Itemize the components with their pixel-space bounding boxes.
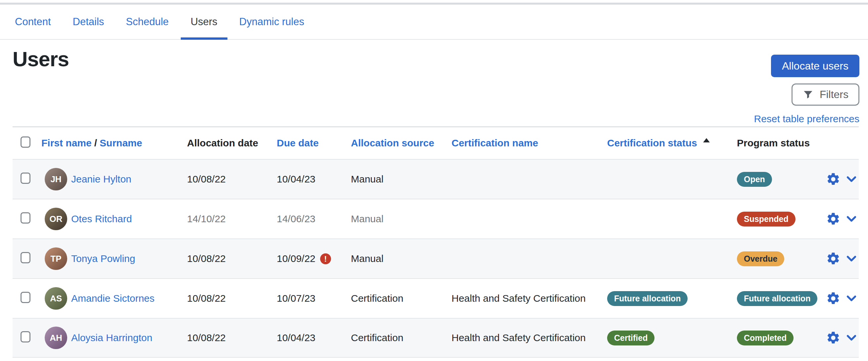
sort-allocation-source-link[interactable]: Allocation source xyxy=(351,138,434,148)
certification-name-cell: Health and Safety Certification xyxy=(452,332,607,343)
page-title: Users xyxy=(12,47,69,71)
user-name-link[interactable]: Aloysia Harrington xyxy=(71,332,152,343)
allocation-date-cell: 14/10/22 xyxy=(187,213,277,224)
due-date-cell: 10/04/23 xyxy=(277,332,315,343)
row-checkbox[interactable] xyxy=(21,173,30,184)
certification-status-badge: Future allocation xyxy=(607,291,688,306)
table-row: JH Jeanie Hylton 10/08/22 10/04/23 Manua… xyxy=(12,159,859,199)
due-date-cell: 10/07/23 xyxy=(277,293,315,304)
due-date-cell: 10/09/22 xyxy=(277,253,315,264)
program-status-badge: Future allocation xyxy=(737,291,817,306)
row-checkbox[interactable] xyxy=(21,292,30,303)
tab-bar: Content Details Schedule Users Dynamic r… xyxy=(0,5,868,40)
program-status-badge: Overdue xyxy=(737,251,784,266)
program-status-badge: Completed xyxy=(737,331,794,345)
users-table: First name/Surname Allocation date Due d… xyxy=(12,126,859,358)
program-status-badge: Open xyxy=(737,172,772,187)
gear-icon xyxy=(826,251,840,266)
allocate-users-button[interactable]: Allocate users xyxy=(771,55,859,77)
row-settings-button[interactable] xyxy=(826,212,840,226)
allocation-source-cell: Certification xyxy=(351,332,452,343)
avatar: AS xyxy=(45,287,67,310)
row-checkbox[interactable] xyxy=(21,331,30,342)
allocation-source-cell: Certification xyxy=(351,293,452,304)
filter-funnel-icon xyxy=(802,89,814,100)
avatar: TP xyxy=(45,247,67,270)
chevron-down-icon xyxy=(846,176,857,183)
select-all-checkbox[interactable] xyxy=(21,137,30,148)
row-expand-button[interactable] xyxy=(846,255,857,262)
table-row: AS Amandie Sictornes 10/08/22 10/07/23 C… xyxy=(12,278,859,318)
allocation-source-cell: Manual xyxy=(351,174,452,185)
gear-icon xyxy=(826,291,840,306)
user-name-link[interactable]: Amandie Sictornes xyxy=(71,293,155,304)
row-settings-button[interactable] xyxy=(826,291,840,306)
avatar: JH xyxy=(45,168,67,190)
overdue-alert-icon: ! xyxy=(320,253,331,264)
program-status-badge: Suspended xyxy=(737,212,796,227)
certification-name-cell: Health and Safety Certification xyxy=(452,293,607,304)
chevron-down-icon xyxy=(846,334,857,341)
gear-icon xyxy=(826,212,840,226)
avatar: OR xyxy=(45,208,67,230)
filters-button-label: Filters xyxy=(820,88,848,101)
avatar: AH xyxy=(45,327,67,349)
row-checkbox[interactable] xyxy=(21,212,30,223)
gear-icon xyxy=(826,331,840,345)
tab-details[interactable]: Details xyxy=(63,5,114,39)
sort-certification-status-link[interactable]: Certification status xyxy=(607,138,697,148)
row-settings-button[interactable] xyxy=(826,251,840,266)
table-header-row: First name/Surname Allocation date Due d… xyxy=(12,127,859,159)
row-expand-button[interactable] xyxy=(846,216,857,222)
row-expand-button[interactable] xyxy=(846,295,857,302)
col-header-allocation-date: Allocation date xyxy=(187,138,277,149)
row-settings-button[interactable] xyxy=(826,172,840,186)
reset-table-preferences-link[interactable]: Reset table preferences xyxy=(754,113,859,124)
tab-schedule[interactable]: Schedule xyxy=(116,5,179,39)
row-checkbox[interactable] xyxy=(21,252,30,263)
allocation-source-cell: Manual xyxy=(351,253,452,264)
table-row: AH Aloysia Harrington 10/08/22 10/04/23 … xyxy=(12,318,859,358)
row-settings-button[interactable] xyxy=(826,331,840,345)
chevron-down-icon xyxy=(846,216,857,222)
certification-status-badge: Certified xyxy=(607,331,654,345)
row-expand-button[interactable] xyxy=(846,334,857,341)
allocation-date-cell: 10/08/22 xyxy=(187,253,277,264)
sort-first-name-link[interactable]: First name xyxy=(41,138,92,148)
due-date-cell: 10/04/23 xyxy=(277,174,315,185)
table-row: TP Tonya Powling 10/08/22 10/09/22 ! Man… xyxy=(12,238,859,278)
row-expand-button[interactable] xyxy=(846,176,857,183)
chevron-down-icon xyxy=(846,255,857,262)
col-header-name: First name/Surname xyxy=(41,138,187,149)
gear-icon xyxy=(826,172,840,186)
filters-button[interactable]: Filters xyxy=(792,84,859,106)
sort-surname-link[interactable]: Surname xyxy=(100,138,142,148)
tab-dynamic-rules[interactable]: Dynamic rules xyxy=(229,5,314,39)
tab-content[interactable]: Content xyxy=(5,5,61,39)
chevron-down-icon xyxy=(846,295,857,302)
allocation-date-cell: 10/08/22 xyxy=(187,174,277,185)
table-row: OR Otes Ritchard 14/10/22 14/06/23 Manua… xyxy=(12,199,859,238)
allocation-date-cell: 10/08/22 xyxy=(187,332,277,343)
tab-users[interactable]: Users xyxy=(181,5,227,39)
sort-due-date-link[interactable]: Due date xyxy=(277,138,319,148)
user-name-link[interactable]: Jeanie Hylton xyxy=(71,174,131,185)
due-date-cell: 14/06/23 xyxy=(277,213,315,224)
sort-ascending-icon xyxy=(703,138,710,143)
user-name-link[interactable]: Tonya Powling xyxy=(71,253,135,264)
allocation-date-cell: 10/08/22 xyxy=(187,293,277,304)
sort-certification-name-link[interactable]: Certification name xyxy=(452,138,538,148)
user-name-link[interactable]: Otes Ritchard xyxy=(71,213,132,224)
allocation-source-cell: Manual xyxy=(351,213,452,224)
col-header-program-status: Program status xyxy=(737,138,819,149)
